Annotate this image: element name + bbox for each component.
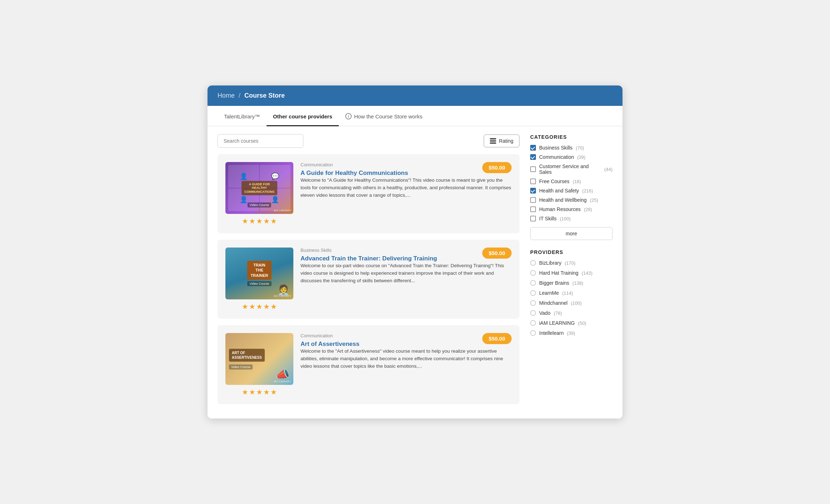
provider-count: (114) [562, 290, 573, 296]
provider-item-vado[interactable]: Vado (78) [530, 310, 612, 316]
provider-count: (39) [567, 331, 575, 336]
tab-other-providers[interactable]: Other course providers [267, 106, 339, 126]
category-count: (100) [560, 216, 571, 221]
provider-count: (143) [582, 270, 592, 276]
course-card: ART OFASSERTIVENESS Video Course 📣 BIZ L… [218, 325, 519, 404]
provider-count: (170) [565, 260, 575, 266]
main-window: Home / Course Store TalentLibrary™ Other… [208, 85, 622, 419]
course-thumbnail: 👤 💬 👤 👤 A GUIDE FORHEALTHYCOMMUNICATIONS [225, 162, 293, 214]
provider-count: (50) [578, 320, 586, 326]
category-item-customer[interactable]: Customer Service and Sales (44) [530, 163, 612, 175]
provider-radio[interactable] [530, 310, 536, 316]
main-layout: Rating 👤 💬 👤 👤 [208, 126, 622, 419]
breadcrumb-current: Course Store [244, 92, 285, 99]
course-stars: ★ ★ ★ ★ ★ [242, 217, 277, 225]
course-thumbnail: ART OFASSERTIVENESS Video Course 📣 BIZ L… [225, 333, 293, 385]
category-count: (28) [584, 207, 592, 212]
category-count: (25) [590, 197, 598, 203]
provider-label: iAM LEARNING [539, 320, 575, 326]
categories-title: CATEGORIES [530, 134, 612, 140]
search-bar-row: Rating [218, 134, 519, 148]
providers-list: BizLibrary (170) Hard Hat Training (143)… [530, 260, 612, 336]
provider-item-intelle[interactable]: Intellelearn (39) [530, 330, 612, 336]
header: Home / Course Store [208, 85, 622, 106]
provider-count: (138) [572, 280, 583, 286]
course-stars: ★ ★ ★ ★ ★ [242, 302, 277, 311]
category-checkbox[interactable] [530, 206, 536, 212]
info-icon: i [345, 113, 352, 119]
price-badge: $50.00 [482, 162, 512, 173]
course-description: Welcome to our six-part video course on … [301, 262, 512, 285]
course-title[interactable]: A Guide for Healthy Communications [301, 170, 408, 176]
content-area: Rating 👤 💬 👤 👤 [218, 134, 519, 411]
provider-label: Mindchannel [539, 300, 567, 306]
category-label: Health and Safety [539, 188, 579, 194]
category-checkbox[interactable] [530, 178, 536, 184]
provider-label: Hard Hat Training [539, 270, 578, 276]
provider-count: (78) [554, 310, 562, 316]
category-item-communication[interactable]: Communication (39) [530, 154, 612, 160]
course-info: Business Skills Advanced Train the Train… [301, 248, 512, 311]
providers-title: PROVIDERS [530, 249, 612, 255]
category-item-human[interactable]: Human Resources (28) [530, 206, 612, 212]
provider-item-mindchannel[interactable]: Mindchannel (100) [530, 300, 612, 306]
breadcrumb-home[interactable]: Home [218, 92, 235, 99]
provider-label: LearnMe [539, 290, 559, 296]
category-count: (70) [576, 145, 584, 151]
category-label: Business Skills [539, 145, 572, 151]
breadcrumb-separator: / [239, 92, 240, 99]
course-stars: ★ ★ ★ ★ ★ [242, 388, 277, 396]
course-category: Communication [301, 333, 512, 338]
category-checkbox[interactable] [530, 145, 536, 151]
category-item-business[interactable]: Business Skills (70) [530, 145, 612, 151]
provider-item-hardhat[interactable]: Hard Hat Training (143) [530, 270, 612, 276]
provider-count: (100) [571, 300, 581, 306]
category-item-health-safety[interactable]: Health and Safety (216) [530, 188, 612, 194]
category-label: IT Skills [539, 216, 557, 221]
provider-radio[interactable] [530, 290, 536, 296]
category-checkbox[interactable] [530, 188, 536, 194]
category-count: (44) [604, 167, 612, 172]
category-label: Health and Wellbeing [539, 197, 587, 203]
category-checkbox[interactable] [530, 197, 536, 203]
provider-item-learnme[interactable]: LearnMe (114) [530, 290, 612, 296]
category-count: (216) [582, 188, 593, 194]
course-info: Communication A Guide for Healthy Commun… [301, 162, 512, 225]
rating-button[interactable]: Rating [484, 134, 519, 147]
provider-item-bigger[interactable]: Bigger Brains (138) [530, 280, 612, 286]
breadcrumb: Home / Course Store [218, 92, 612, 99]
layers-icon [490, 138, 496, 144]
provider-label: BizLibrary [539, 260, 561, 266]
category-checkbox[interactable] [530, 154, 536, 160]
course-title[interactable]: Advanced Train the Trainer: Delivering T… [301, 255, 437, 262]
provider-item-iam[interactable]: iAM LEARNING (50) [530, 320, 612, 326]
category-checkbox[interactable] [530, 216, 536, 221]
category-label: Communication [539, 154, 574, 160]
provider-radio[interactable] [530, 270, 536, 276]
category-item-health-wellbeing[interactable]: Health and Wellbeing (25) [530, 197, 612, 203]
provider-radio[interactable] [530, 300, 536, 306]
provider-item-biz[interactable]: BizLibrary (170) [530, 260, 612, 266]
category-checkbox[interactable] [530, 166, 536, 172]
category-label: Customer Service and Sales [539, 163, 601, 175]
provider-radio[interactable] [530, 320, 536, 326]
provider-radio[interactable] [530, 330, 536, 336]
category-label: Free Courses [539, 178, 570, 184]
provider-radio[interactable] [530, 280, 536, 286]
search-input[interactable] [218, 134, 303, 148]
category-label: Human Resources [539, 206, 581, 212]
course-description: Welcome to the "Art of Assertiveness" vi… [301, 348, 512, 370]
category-item-free[interactable]: Free Courses (18) [530, 178, 612, 184]
more-button[interactable]: more [530, 227, 612, 240]
category-count: (39) [577, 155, 585, 160]
sidebar: CATEGORIES Business Skills (70) Communic… [530, 134, 612, 411]
course-thumbnail: TRAINTHETRAINER Video Course 🧑‍💼 BIZ LIB… [225, 248, 293, 299]
course-title[interactable]: Art of Assertiveness [301, 341, 360, 347]
category-item-it[interactable]: IT Skills (100) [530, 216, 612, 221]
tab-how-it-works[interactable]: i How the Course Store works [339, 106, 429, 126]
tab-talent-library[interactable]: TalentLibrary™ [218, 106, 267, 126]
provider-label: Intellelearn [539, 330, 564, 336]
provider-radio[interactable] [530, 260, 536, 266]
course-card: TRAINTHETRAINER Video Course 🧑‍💼 BIZ LIB… [218, 240, 519, 319]
provider-label: Vado [539, 310, 551, 316]
